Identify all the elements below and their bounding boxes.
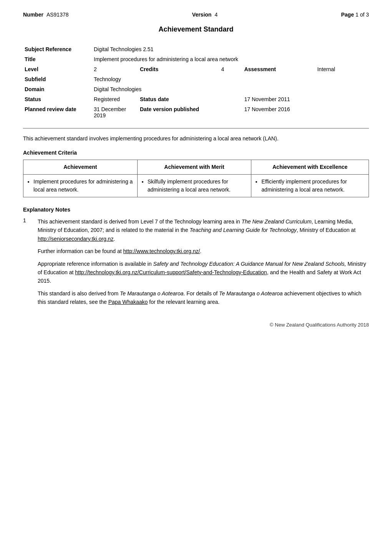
section-divider	[23, 128, 369, 128]
note-para-3: Appropriate reference information is ava…	[38, 260, 369, 285]
subfield-value: Technology	[92, 74, 369, 84]
status-value: Registered	[92, 94, 138, 104]
col1-item: Implement procedures for administering a…	[33, 178, 133, 194]
achievement-criteria-heading: Achievement Criteria	[23, 150, 369, 156]
col3-header: Achievement with Excellence	[251, 160, 369, 175]
seniorsecondary-link[interactable]: http://seniorsecondary.tki.org.nz	[38, 236, 113, 242]
planned-review-value: 31 December 2019	[92, 104, 138, 120]
planned-review-row: Planned review date 31 December 2019 Dat…	[23, 104, 369, 120]
planned-review-label: Planned review date	[23, 104, 92, 120]
level-value: 2	[92, 64, 138, 74]
te-marautanga-1: Te Marautanga o Aotearoa	[120, 290, 184, 297]
version-value: 4	[214, 12, 218, 18]
number-label: Number	[23, 12, 43, 18]
note-para-2: Further information can be found at http…	[38, 247, 369, 255]
credits-value: 4	[219, 64, 243, 74]
document-title: Achievement Standard	[23, 25, 369, 33]
credits-label: Credits	[138, 64, 219, 74]
teaching-guide-title: Teaching and Learning Guide for Technolo…	[189, 227, 296, 233]
copyright-text: © New Zealand Qualifications Authority 2…	[270, 322, 369, 328]
col3-list: Efficiently implement procedures for adm…	[261, 178, 365, 194]
subfield-label: Subfield	[23, 74, 92, 84]
technology-link[interactable]: http://www.technology.tki.org.nz/	[123, 248, 200, 254]
status-row: Status Registered Status date 17 Novembe…	[23, 94, 369, 104]
page-value: 1 of 3	[355, 12, 369, 18]
number-value: AS91378	[47, 12, 69, 18]
papa-whakaako-link[interactable]: Papa Whakaako	[108, 299, 148, 305]
assessment-label: Assessment	[243, 64, 316, 74]
criteria-data-row: Implement procedures for administering a…	[23, 175, 369, 197]
info-table: Subject Reference Digital Technologies 2…	[23, 44, 369, 120]
col3-data: Efficiently implement procedures for adm…	[251, 175, 369, 197]
status-date-value: 17 November 2011	[243, 94, 369, 104]
status-date-label: Status date	[138, 94, 243, 104]
header-number: Number AS91378	[23, 12, 69, 18]
note-para-4: This standard is also derived from Te Ma…	[38, 289, 369, 307]
title-label: Title	[23, 54, 92, 64]
note-content: This achievement standard is derived fro…	[38, 217, 369, 307]
col1-data: Implement procedures for administering a…	[23, 175, 138, 197]
col2-data: Skilfully implement procedures for admin…	[137, 175, 251, 197]
header-version: Version 4	[192, 12, 218, 18]
subject-ref-label: Subject Reference	[23, 44, 92, 54]
safety-link[interactable]: http://technology.tki.org.nz/Curriculum-…	[75, 269, 267, 275]
domain-value: Digital Technologies	[92, 84, 369, 94]
page-label: Page	[341, 12, 354, 18]
col2-header: Achievement with Merit	[137, 160, 251, 175]
criteria-header-row: Achievement Achievement with Merit Achie…	[23, 160, 369, 175]
version-label: Version	[192, 12, 212, 18]
document-header: Number AS91378 Version 4 Page 1 of 3	[23, 12, 369, 18]
explanatory-notes-heading: Explanatory Notes	[23, 207, 369, 213]
level-row: Level 2 Credits 4 Assessment Internal	[23, 64, 369, 74]
subject-ref-value: Digital Technologies 2.51	[92, 44, 369, 54]
note-para-1: This achievement standard is derived fro…	[38, 217, 369, 243]
domain-row: Domain Digital Technologies	[23, 84, 369, 94]
date-version-value: 17 November 2016	[243, 104, 369, 120]
te-marautanga-2: Te Marautanga o Aotearoa	[219, 290, 283, 297]
col2-item: Skilfully implement procedures for admin…	[148, 178, 247, 194]
note-1: 1 This achievement standard is derived f…	[23, 217, 369, 307]
safety-guide-title: Safety and Technology Education: A Guida…	[153, 261, 346, 267]
document-footer: © New Zealand Qualifications Authority 2…	[23, 322, 369, 328]
col2-list: Skilfully implement procedures for admin…	[148, 178, 247, 194]
title-value: Implement procedures for administering a…	[92, 54, 369, 64]
domain-label: Domain	[23, 84, 92, 94]
subfield-row: Subfield Technology	[23, 74, 369, 84]
intro-text: This achievement standard involves imple…	[23, 135, 369, 143]
note-number: 1	[23, 217, 30, 307]
col1-list: Implement procedures for administering a…	[33, 178, 133, 194]
date-version-label: Date version published	[138, 104, 243, 120]
criteria-table: Achievement Achievement with Merit Achie…	[23, 160, 369, 197]
col3-item: Efficiently implement procedures for adm…	[261, 178, 365, 194]
status-label: Status	[23, 94, 92, 104]
curriculum-title: The New Zealand Curriculum	[242, 218, 312, 225]
subject-ref-row: Subject Reference Digital Technologies 2…	[23, 44, 369, 54]
col1-header: Achievement	[23, 160, 138, 175]
assessment-value: Internal	[316, 64, 369, 74]
header-page: Page 1 of 3	[341, 12, 369, 18]
explanatory-notes-list: 1 This achievement standard is derived f…	[23, 217, 369, 307]
title-row: Title Implement procedures for administe…	[23, 54, 369, 64]
level-label: Level	[23, 64, 92, 74]
